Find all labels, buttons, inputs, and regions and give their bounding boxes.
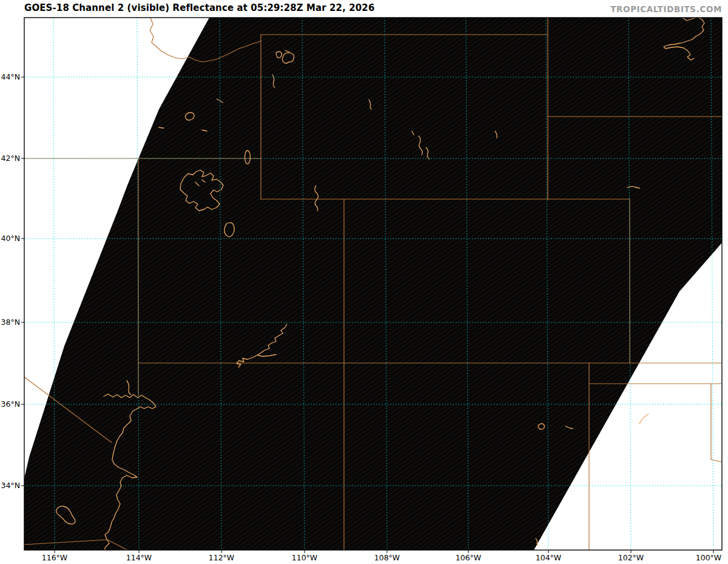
x-axis-label: 116°W xyxy=(35,553,74,562)
y-axis-label: 36°N xyxy=(0,399,20,409)
y-axis-label: 34°N xyxy=(0,481,20,491)
x-axis-label: 108°W xyxy=(368,553,406,562)
x-axis-label: 102°W xyxy=(612,553,650,562)
y-axis-label: 40°N xyxy=(0,234,20,243)
y-axis-label: 42°N xyxy=(0,154,20,163)
y-axis-label: 44°N xyxy=(0,72,20,82)
x-axis-label: 100°W xyxy=(689,553,728,562)
y-axis-label: 38°N xyxy=(0,318,20,327)
x-axis-label: 104°W xyxy=(529,553,568,562)
x-axis-label: 114°W xyxy=(120,553,158,562)
x-axis-label: 106°W xyxy=(449,553,488,562)
x-axis-label: 112°W xyxy=(202,553,241,562)
satellite-image-page: GOES-18 Channel 2 (visible) Reflectance … xyxy=(0,0,728,564)
x-axis-label: 110°W xyxy=(285,553,324,562)
satellite-map xyxy=(0,0,728,564)
